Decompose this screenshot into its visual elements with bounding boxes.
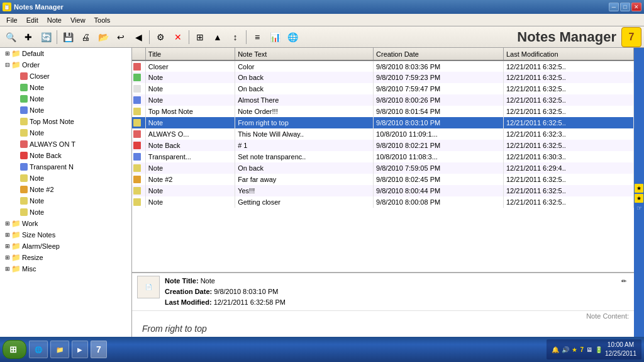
toolbar-new-button[interactable]: ✚ bbox=[20, 29, 36, 45]
toolbar-grid-button[interactable]: ⊞ bbox=[192, 29, 208, 45]
color-dot-note5 bbox=[20, 174, 28, 182]
star-button-2[interactable]: ★ bbox=[635, 194, 643, 203]
tree-item-misc[interactable]: ⊞ 📁 Misc bbox=[0, 263, 131, 274]
tree-item-work[interactable]: ⊞ 📁 Work bbox=[0, 218, 131, 229]
table-row[interactable]: Note #2 Far far away 9/8/2010 8:02:45 PM… bbox=[132, 174, 634, 185]
toolbar-sort-button[interactable]: ↕ bbox=[227, 29, 243, 45]
star-button-1[interactable]: ★ bbox=[635, 184, 643, 193]
toolbar-refresh-button[interactable]: 🔄 bbox=[38, 29, 54, 45]
table-row[interactable]: Note On back 9/8/2010 7:59:05 PM 12/21/2… bbox=[132, 162, 634, 174]
tree-label-alwayson: ALWAYS ON T bbox=[30, 140, 75, 148]
row-modified: 12/21/2011 6:32:5.. bbox=[504, 72, 634, 83]
taskbar-media[interactable]: ▶ bbox=[72, 341, 88, 358]
table-row[interactable]: ALWAYS O... This Note Will Alway.. 10/8/… bbox=[132, 128, 634, 140]
toolbar-up-button[interactable]: ▲ bbox=[209, 29, 226, 45]
taskbar-folder[interactable]: 📁 bbox=[50, 341, 69, 358]
color-swatch bbox=[133, 153, 141, 161]
tree-item-note6[interactable]: Note #2 bbox=[0, 184, 131, 195]
toolbar-search-button[interactable]: 🔍 bbox=[3, 29, 19, 45]
tree-label-note2: Note bbox=[30, 95, 44, 103]
toolbar-delete-button[interactable]: ✕ bbox=[170, 29, 186, 45]
color-swatch bbox=[133, 198, 141, 206]
tree-item-note1[interactable]: Note bbox=[0, 82, 131, 93]
hand-icon[interactable]: ☞ bbox=[635, 204, 643, 213]
expander-misc[interactable]: ⊞ bbox=[5, 266, 11, 272]
tree-item-resize[interactable]: ⊞ 📁 Resize bbox=[0, 252, 131, 263]
tree-item-alwayson[interactable]: ALWAYS ON T bbox=[0, 139, 131, 150]
tray-icon-notes: 7 bbox=[580, 346, 584, 353]
expander-work[interactable]: ⊞ bbox=[5, 220, 11, 227]
taskbar-notes-app[interactable]: 7 bbox=[91, 341, 107, 358]
tree-label-order: Order bbox=[22, 61, 40, 69]
table-row[interactable]: Note Yes!!! 9/8/2010 8:00:44 PM 12/21/20… bbox=[132, 185, 634, 196]
col-title[interactable]: Title bbox=[145, 48, 235, 60]
start-button[interactable]: ⊞ bbox=[3, 340, 26, 359]
tree-item-note4[interactable]: Note bbox=[0, 127, 131, 139]
tray-time-display: 10:00 AM bbox=[605, 341, 636, 349]
tree-item-order[interactable]: ⊟ 📁 Order bbox=[0, 59, 131, 71]
toolbar-chart-button[interactable]: 📊 bbox=[267, 29, 283, 45]
tree-item-noteback[interactable]: Note Back bbox=[0, 150, 131, 161]
tree-item-default[interactable]: ⊞ 📁 Default bbox=[0, 48, 131, 59]
expander-alarmsleep[interactable]: ⊞ bbox=[5, 243, 11, 249]
detail-thumbnail: 📄 bbox=[137, 276, 160, 298]
expander-resize[interactable]: ⊞ bbox=[5, 254, 11, 261]
detail-modified-line: Last Modified: 12/21/2011 6:32:58 PM bbox=[165, 297, 286, 308]
table-row[interactable]: Note Back # 1 9/8/2010 8:02:21 PM 12/21/… bbox=[132, 140, 634, 151]
toolbar-list-button[interactable]: ≡ bbox=[249, 29, 265, 45]
row-modified: 12/21/2011 6:32:5.. bbox=[504, 140, 634, 151]
table-row[interactable]: Top Most Note Note Order!!! 9/8/2010 8:0… bbox=[132, 106, 634, 117]
expander-default[interactable]: ⊞ bbox=[5, 50, 11, 57]
table-row[interactable]: Note On back 9/8/2010 7:59:47 PM 12/21/2… bbox=[132, 83, 634, 94]
row-text: Note Order!!! bbox=[235, 106, 374, 117]
tree-item-transparent[interactable]: Transparent N bbox=[0, 161, 131, 173]
color-dot-topmost bbox=[20, 118, 28, 125]
tree-item-alarmsleep[interactable]: ⊞ 📁 Alarm/Sleep bbox=[0, 240, 131, 252]
menu-edit[interactable]: Edit bbox=[23, 15, 42, 25]
taskbar-ie[interactable]: 🌐 bbox=[29, 341, 48, 358]
row-color-cell bbox=[132, 106, 145, 117]
tree-item-note8[interactable]: Note bbox=[0, 206, 131, 218]
menu-note[interactable]: Note bbox=[43, 15, 65, 25]
expander-sizenotes[interactable]: ⊞ bbox=[5, 232, 11, 238]
toolbar-settings-button[interactable]: ⚙ bbox=[152, 29, 169, 45]
tree-item-note3[interactable]: Note bbox=[0, 105, 131, 116]
expander-order[interactable]: ⊟ bbox=[5, 62, 11, 68]
tree-item-note7[interactable]: Note bbox=[0, 195, 131, 206]
table-row[interactable]: Note Almost There 9/8/2010 8:00:26 PM 12… bbox=[132, 94, 634, 106]
close-button[interactable]: ✕ bbox=[631, 3, 641, 11]
toolbar-back-button[interactable]: ↩ bbox=[113, 29, 129, 45]
row-created: 9/8/2010 8:01:54 PM bbox=[374, 106, 504, 117]
minimize-button[interactable]: ─ bbox=[609, 3, 619, 11]
table-row[interactable]: Note On back 9/8/2010 7:59:23 PM 12/21/2… bbox=[132, 72, 634, 83]
tree-item-note5[interactable]: Note bbox=[0, 173, 131, 184]
col-modified[interactable]: Last Modification bbox=[504, 48, 634, 60]
table-row[interactable]: Transparent... Set note transparenc.. 10… bbox=[132, 151, 634, 162]
maximize-button[interactable]: □ bbox=[620, 3, 630, 11]
tree-item-sizenotes[interactable]: ⊞ 📁 Size Notes bbox=[0, 229, 131, 240]
toolbar-prev-button[interactable]: ◀ bbox=[130, 29, 147, 45]
row-modified: 12/21/2011 6:32:5.. bbox=[504, 117, 634, 128]
col-color[interactable] bbox=[132, 48, 145, 60]
tree-label-note4: Note bbox=[30, 129, 44, 137]
col-notetext[interactable]: Note Text bbox=[235, 48, 374, 60]
menu-tools[interactable]: Tools bbox=[91, 15, 114, 25]
row-title: Note bbox=[145, 94, 235, 106]
table-row[interactable]: Note Getting closer 9/8/2010 8:00:08 PM … bbox=[132, 196, 634, 208]
toolbar-print-button[interactable]: 🖨 bbox=[77, 29, 94, 45]
tree-item-note2[interactable]: Note bbox=[0, 93, 131, 105]
table-row[interactable]: Closer Color 9/8/2010 8:03:36 PM 12/21/2… bbox=[132, 60, 634, 72]
table-row[interactable]: Note From right to top 9/8/2010 8:03:10 … bbox=[132, 117, 634, 128]
menu-file[interactable]: File bbox=[3, 15, 21, 25]
row-title: Transparent... bbox=[145, 151, 235, 162]
col-created[interactable]: Creation Date bbox=[374, 48, 504, 60]
detail-edit-button[interactable]: ✏ bbox=[619, 276, 629, 286]
tree-item-topmost[interactable]: Top Most Note bbox=[0, 116, 131, 127]
tree-item-closer[interactable]: Closer bbox=[0, 71, 131, 82]
toolbar-save-button[interactable]: 💾 bbox=[60, 29, 76, 45]
menu-view[interactable]: View bbox=[67, 15, 89, 25]
color-dot-closer bbox=[20, 72, 28, 80]
toolbar-sync-button[interactable]: 🌐 bbox=[284, 29, 301, 45]
note-table[interactable]: Title Note Text Creation Date Last Modif… bbox=[132, 48, 634, 273]
toolbar-open-button[interactable]: 📂 bbox=[95, 29, 111, 45]
